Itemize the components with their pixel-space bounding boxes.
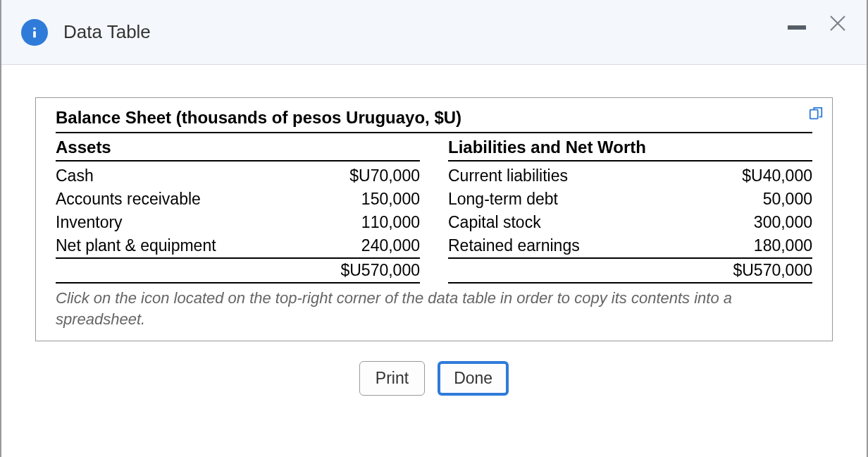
- row-label: Capital stock: [448, 213, 714, 232]
- liabilities-column: Liabilities and Net Worth Current liabil…: [448, 138, 812, 284]
- assets-column: Assets Cash $U70,000 Accounts receivable…: [56, 138, 420, 284]
- row-value: 110,000: [321, 213, 420, 232]
- assets-total-row: $U570,000: [56, 257, 420, 284]
- dialog-header: Data Table: [1, 0, 867, 65]
- assets-total: $U570,000: [321, 261, 420, 280]
- row-value: 240,000: [321, 236, 420, 255]
- assets-header: Assets: [56, 138, 420, 162]
- close-icon[interactable]: [827, 13, 848, 34]
- liabilities-header: Liabilities and Net Worth: [448, 138, 812, 162]
- svg-rect-1: [33, 31, 36, 37]
- row-label: Long-term debt: [448, 190, 714, 209]
- copy-icon[interactable]: [808, 106, 824, 122]
- row-value: 180,000: [714, 236, 812, 255]
- info-icon: [21, 19, 48, 46]
- hint-text: Click on the icon located on the top-rig…: [56, 288, 812, 329]
- data-table-box: Balance Sheet (thousands of pesos Urugua…: [35, 97, 833, 341]
- row-value: 50,000: [714, 190, 812, 209]
- svg-point-0: [33, 27, 36, 30]
- content-area: Balance Sheet (thousands of pesos Urugua…: [1, 65, 867, 396]
- table-row: Inventory 110,000: [56, 211, 420, 234]
- row-label: Retained earnings: [448, 236, 714, 255]
- row-label: [56, 261, 321, 280]
- row-value: $U40,000: [714, 166, 812, 185]
- print-button[interactable]: Print: [359, 361, 425, 396]
- row-label: Accounts receivable: [56, 190, 321, 209]
- row-value: 300,000: [714, 213, 812, 232]
- dialog-title: Data Table: [63, 21, 151, 43]
- row-label: Cash: [56, 166, 321, 185]
- table-row: Accounts receivable 150,000: [56, 188, 420, 211]
- row-label: Current liabilities: [448, 166, 714, 185]
- table-row: Capital stock 300,000: [448, 211, 812, 234]
- table-row: Long-term debt 50,000: [448, 188, 812, 211]
- row-label: Inventory: [56, 213, 321, 232]
- row-label: [448, 261, 714, 280]
- liabilities-total: $U570,000: [714, 261, 812, 280]
- sheet-title: Balance Sheet (thousands of pesos Urugua…: [56, 108, 812, 133]
- done-button[interactable]: Done: [438, 361, 509, 396]
- row-label: Net plant & equipment: [56, 236, 321, 255]
- table-row: Current liabilities $U40,000: [448, 164, 812, 188]
- table-row: Cash $U70,000: [56, 164, 420, 188]
- minimize-icon[interactable]: [788, 25, 806, 30]
- liabilities-total-row: $U570,000: [448, 257, 812, 284]
- table-row: Retained earnings 180,000: [448, 234, 812, 257]
- svg-rect-4: [810, 110, 818, 119]
- table-row: Net plant & equipment 240,000: [56, 234, 420, 257]
- row-value: 150,000: [321, 190, 420, 209]
- row-value: $U70,000: [321, 166, 420, 185]
- button-row: Print Done: [35, 361, 833, 396]
